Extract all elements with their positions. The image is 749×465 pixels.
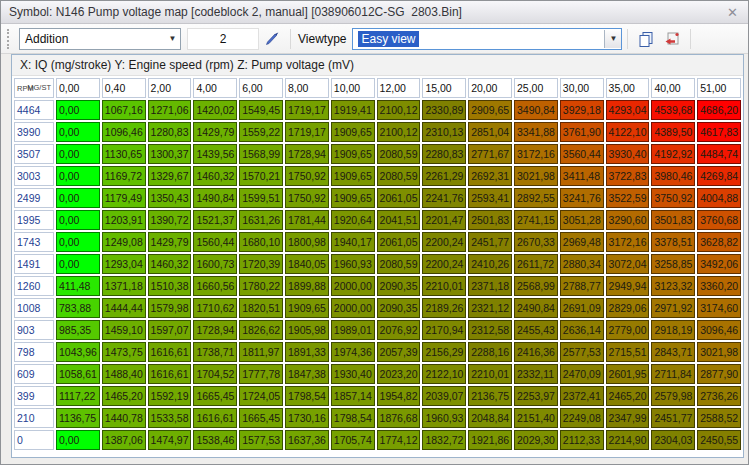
map-cell[interactable]: 2151,40	[514, 408, 558, 428]
map-cell[interactable]: 3290,60	[606, 210, 650, 230]
map-cell[interactable]: 3172,16	[514, 144, 558, 164]
row-header[interactable]: 3003	[14, 166, 54, 186]
map-cell[interactable]: 4293,04	[606, 100, 650, 120]
map-cell[interactable]: 1488,40	[102, 364, 146, 384]
row-header[interactable]: 798	[14, 342, 54, 362]
map-cell[interactable]: 2200,24	[422, 254, 466, 274]
map-cell[interactable]: 3123,32	[651, 276, 695, 296]
map-cell[interactable]: 3490,84	[514, 100, 558, 120]
row-header[interactable]: 1743	[14, 232, 54, 252]
map-cell[interactable]: 1728,94	[193, 320, 237, 340]
map-cell[interactable]: 0,00	[56, 100, 100, 120]
map-cell[interactable]: 3051,28	[560, 210, 604, 230]
map-cell[interactable]: 4269,84	[697, 166, 741, 186]
map-cell[interactable]: 2061,05	[377, 188, 421, 208]
map-cell[interactable]: 1179,49	[102, 188, 146, 208]
map-cell[interactable]: 1568,99	[239, 144, 283, 164]
map-cell[interactable]: 1730,16	[285, 408, 329, 428]
map-cell[interactable]: 3378,51	[651, 232, 695, 252]
map-cell[interactable]: 2851,04	[468, 122, 512, 142]
map-cell[interactable]: 1117,22	[56, 386, 100, 406]
col-header[interactable]: 2,00	[148, 78, 192, 98]
map-cell[interactable]: 2280,83	[422, 144, 466, 164]
map-cell[interactable]: 1857,14	[331, 386, 375, 406]
map-cell[interactable]: 2041,51	[377, 210, 421, 230]
map-cell[interactable]: 1300,37	[148, 144, 192, 164]
row-header[interactable]: 3990	[14, 122, 54, 142]
map-cell[interactable]: 2771,67	[468, 144, 512, 164]
map-cell[interactable]: 1597,07	[148, 320, 192, 340]
map-cell[interactable]: 1473,75	[102, 342, 146, 362]
map-cell[interactable]: 2969,48	[560, 232, 604, 252]
map-cell[interactable]: 2090,35	[377, 276, 421, 296]
map-cell[interactable]: 2372,41	[560, 386, 604, 406]
map-cell[interactable]: 3096,46	[697, 320, 741, 340]
map-cell[interactable]: 2261,29	[422, 166, 466, 186]
map-cell[interactable]: 2779,00	[606, 320, 650, 340]
map-cell[interactable]: 1954,82	[377, 386, 421, 406]
map-cell[interactable]: 4192,92	[651, 144, 695, 164]
map-cell[interactable]: 3750,92	[651, 188, 695, 208]
map-cell[interactable]: 0,00	[56, 430, 100, 450]
col-header[interactable]: 8,00	[285, 78, 329, 98]
map-cell[interactable]: 1130,65	[102, 144, 146, 164]
map-cell[interactable]: 1616,61	[148, 342, 192, 362]
row-header[interactable]: 210	[14, 408, 54, 428]
map-cell[interactable]: 2253,97	[514, 386, 558, 406]
map-cell[interactable]: 2971,92	[651, 298, 695, 318]
map-cell[interactable]: 1826,62	[239, 320, 283, 340]
map-cell[interactable]: 3411,48	[560, 166, 604, 186]
map-cell[interactable]: 1665,45	[193, 386, 237, 406]
row-header[interactable]: 1995	[14, 210, 54, 230]
map-cell[interactable]: 2579,98	[651, 386, 695, 406]
map-cell[interactable]: 3174,60	[697, 298, 741, 318]
map-cell[interactable]: 2741,15	[514, 210, 558, 230]
map-cell[interactable]: 2048,84	[468, 408, 512, 428]
map-cell[interactable]: 2210,01	[468, 364, 512, 384]
map-cell[interactable]: 1096,46	[102, 122, 146, 142]
col-header[interactable]: 0,00	[56, 78, 100, 98]
map-cell[interactable]: 1474,97	[148, 430, 192, 450]
col-header[interactable]: 4,00	[193, 78, 237, 98]
map-cell[interactable]: 1724,05	[239, 386, 283, 406]
map-cell[interactable]: 3560,44	[560, 144, 604, 164]
col-header[interactable]: 40,00	[651, 78, 695, 98]
map-cell[interactable]: 2201,47	[422, 210, 466, 230]
map-cell[interactable]: 2023,20	[377, 364, 421, 384]
col-header[interactable]: 25,00	[514, 78, 558, 98]
map-cell[interactable]: 1570,21	[239, 166, 283, 186]
map-cell[interactable]: 1440,78	[102, 408, 146, 428]
map-cell[interactable]: 1909,65	[331, 144, 375, 164]
map-cell[interactable]: 1680,10	[239, 232, 283, 252]
map-cell[interactable]: 1058,61	[56, 364, 100, 384]
map-cell[interactable]: 1549,45	[239, 100, 283, 120]
col-header[interactable]: 0,40	[102, 78, 146, 98]
map-cell[interactable]: 2949,94	[606, 276, 650, 296]
col-header[interactable]: 20,00	[468, 78, 512, 98]
map-cell[interactable]: 2210,01	[422, 276, 466, 296]
map-cell[interactable]: 1665,45	[239, 408, 283, 428]
map-cell[interactable]: 4686,20	[697, 100, 741, 120]
map-cell[interactable]: 1460,32	[148, 254, 192, 274]
map-cell[interactable]: 1777,78	[239, 364, 283, 384]
col-header[interactable]: 12,00	[377, 78, 421, 98]
map-cell[interactable]: 2451,77	[468, 232, 512, 252]
map-cell[interactable]: 2170,94	[422, 320, 466, 340]
map-cell[interactable]: 2288,16	[468, 342, 512, 362]
map-cell[interactable]: 2636,14	[560, 320, 604, 340]
map-cell[interactable]: 1490,84	[193, 188, 237, 208]
map-cell[interactable]: 2568,99	[514, 276, 558, 296]
map-cell[interactable]: 3341,88	[514, 122, 558, 142]
map-cell[interactable]: 3021,98	[514, 166, 558, 186]
map-cell[interactable]: 1899,88	[285, 276, 329, 296]
map-cell[interactable]: 1429,79	[148, 232, 192, 252]
map-cell[interactable]: 3021,98	[697, 342, 741, 362]
map-cell[interactable]: 2122,10	[422, 364, 466, 384]
row-header[interactable]: 3507	[14, 144, 54, 164]
map-cell[interactable]: 1710,62	[193, 298, 237, 318]
map-cell[interactable]: 2691,09	[560, 298, 604, 318]
map-cell[interactable]: 3072,04	[606, 254, 650, 274]
map-cell[interactable]: 1960,93	[422, 408, 466, 428]
map-cell[interactable]: 2715,51	[606, 342, 650, 362]
map-cell[interactable]: 985,35	[56, 320, 100, 340]
